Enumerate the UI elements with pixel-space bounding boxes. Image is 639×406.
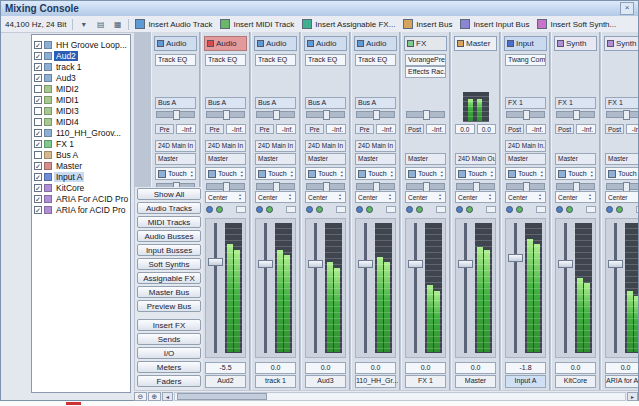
channel-list-item[interactable]: ✓ARIA for ACID Pro xyxy=(32,204,130,215)
fx-chain-slot[interactable]: Track EQ xyxy=(205,54,246,66)
mute-button[interactable] xyxy=(506,206,513,213)
pan-slider[interactable] xyxy=(606,183,638,190)
insert-button-insert-audio-track[interactable]: Insert Audio Track xyxy=(131,17,216,31)
fx-chain-slot[interactable]: Twang Combo xyxy=(505,54,546,66)
output-routing-button[interactable]: Master xyxy=(205,153,246,165)
pan-value-box[interactable]: Center xyxy=(205,191,246,203)
automation-mode-selector[interactable]: Touch xyxy=(555,167,596,180)
meter-options-button[interactable] xyxy=(486,206,496,213)
channel-tab[interactable]: Audio xyxy=(254,36,297,51)
meter-options-button[interactable] xyxy=(336,206,346,213)
channel-tab[interactable]: Audio xyxy=(154,36,197,51)
channel-list-item[interactable]: ✓Aud2 xyxy=(32,50,130,61)
output-routing-button[interactable]: Master xyxy=(405,153,446,165)
channel-tab[interactable]: Audio xyxy=(204,36,247,51)
output-routing-button[interactable]: Master xyxy=(255,153,296,165)
send-level-value[interactable]: -Inf. xyxy=(226,124,246,134)
input-routing-button[interactable]: 24D Main In xyxy=(255,140,296,152)
channel-name-box[interactable]: KitCore xyxy=(555,375,596,388)
output-routing-button[interactable]: Master xyxy=(355,153,396,165)
channel-checkbox[interactable]: ✓ xyxy=(34,63,42,71)
channel-tab[interactable]: FX xyxy=(404,36,447,51)
pan-slider[interactable] xyxy=(556,183,595,190)
send-slider-handle[interactable] xyxy=(323,110,330,120)
channel-checkbox[interactable]: ✓ xyxy=(34,74,42,82)
automation-mode-selector[interactable]: Touch xyxy=(255,167,296,180)
pan-slider[interactable] xyxy=(256,183,295,190)
meter-options-button[interactable] xyxy=(286,206,296,213)
send-level-value[interactable]: -Inf. xyxy=(326,124,346,134)
automation-mode-selector[interactable]: Touch xyxy=(455,167,496,180)
volume-fader[interactable] xyxy=(358,260,373,268)
channel-checkbox[interactable]: ✓ xyxy=(34,41,42,49)
pan-value-box[interactable]: Center xyxy=(255,191,296,203)
pan-slider[interactable] xyxy=(406,183,445,190)
solo-button[interactable] xyxy=(216,206,223,213)
section-button-faders[interactable]: Faders xyxy=(137,375,201,387)
pan-slider[interactable] xyxy=(506,183,545,190)
pan-value-box[interactable]: Center xyxy=(555,191,596,203)
send-pre-post-button[interactable]: Pre xyxy=(305,124,324,134)
channel-list-item[interactable]: ✓FX 1 xyxy=(32,138,130,149)
send-slider-handle[interactable] xyxy=(173,110,180,120)
send-slider-handle[interactable] xyxy=(573,110,580,120)
send-level-slider[interactable] xyxy=(606,111,638,118)
send-slider-handle[interactable] xyxy=(423,110,430,120)
volume-fader[interactable] xyxy=(258,260,273,268)
view-button-audio-tracks[interactable]: Audio Tracks xyxy=(137,202,201,214)
fader-value-box[interactable]: -1.8 xyxy=(505,362,546,374)
solo-button[interactable] xyxy=(266,206,273,213)
pan-value-box[interactable]: Center xyxy=(305,191,346,203)
spinner-icon[interactable] xyxy=(637,193,638,201)
fx-chain-slot[interactable]: VorangePre... xyxy=(405,54,446,66)
section-button-sends[interactable]: Sends xyxy=(137,333,201,345)
input-routing-button[interactable]: 24D Main In... xyxy=(505,140,546,152)
volume-fader[interactable] xyxy=(508,254,523,262)
automation-mode-selector[interactable]: Touch xyxy=(605,167,638,180)
send-level-slider[interactable] xyxy=(406,111,445,118)
send-pre-post-button[interactable]: Post xyxy=(605,124,624,134)
channel-name-box[interactable]: FX 1 xyxy=(405,375,446,388)
send-slider-handle[interactable] xyxy=(523,110,530,120)
pan-slider[interactable] xyxy=(306,183,345,190)
channel-name-box[interactable]: track 1 xyxy=(255,375,296,388)
fader-value-box[interactable]: 0.0 xyxy=(455,362,496,374)
send-target-label[interactable]: Bus A xyxy=(155,97,196,109)
meter-options-button[interactable] xyxy=(436,206,446,213)
view-button-assignable-fx[interactable]: Assignable FX xyxy=(137,272,201,284)
channel-checkbox[interactable] xyxy=(34,151,42,159)
channel-list-item[interactable]: MIDI4 xyxy=(32,116,130,127)
insert-button-insert-assignable-fx[interactable]: Insert Assignable FX... xyxy=(298,17,399,31)
channel-checkbox[interactable]: ✓ xyxy=(34,140,42,148)
channel-list-item[interactable]: ✓Input A xyxy=(32,171,130,182)
send-level-value[interactable]: -Inf. xyxy=(526,124,546,134)
solo-button[interactable] xyxy=(416,206,423,213)
view-button-master-bus[interactable]: Master Bus xyxy=(137,286,201,298)
solo-button[interactable] xyxy=(516,206,523,213)
mute-button[interactable] xyxy=(406,206,413,213)
scroll-left-icon[interactable]: ◄ xyxy=(162,392,173,401)
channel-list-item[interactable]: MIDI2 xyxy=(32,83,130,94)
fader-value-box[interactable]: 0.0 xyxy=(355,362,396,374)
meter-options-button[interactable] xyxy=(386,206,396,213)
input-routing-button[interactable]: 24D Main In xyxy=(205,140,246,152)
format-dropdown-icon[interactable]: ▾ xyxy=(76,17,91,32)
mute-button[interactable] xyxy=(356,206,363,213)
spinner-icon[interactable] xyxy=(387,193,393,201)
channel-checkbox[interactable]: ✓ xyxy=(34,206,42,214)
spinner-icon[interactable] xyxy=(489,170,495,178)
meter-options-button[interactable] xyxy=(586,206,596,213)
channel-list-item[interactable]: MIDI3 xyxy=(32,105,130,116)
fader-value-box[interactable]: 0.0 xyxy=(555,362,596,374)
automation-mode-selector[interactable]: Touch xyxy=(155,167,196,180)
send-level-value[interactable]: -Inf. xyxy=(176,124,196,134)
send-target-label[interactable]: Bus A xyxy=(255,97,296,109)
fx-chain-slot[interactable]: Track EQ xyxy=(155,54,196,66)
mute-button[interactable] xyxy=(306,206,313,213)
spinner-icon[interactable] xyxy=(487,193,493,201)
scroll-right-icon[interactable]: ► xyxy=(627,392,638,401)
channel-checkbox[interactable]: ✓ xyxy=(34,52,42,60)
send-pre-post-button[interactable]: Pre xyxy=(255,124,274,134)
output-routing-button[interactable]: Master xyxy=(155,153,196,165)
spinner-icon[interactable] xyxy=(439,170,445,178)
